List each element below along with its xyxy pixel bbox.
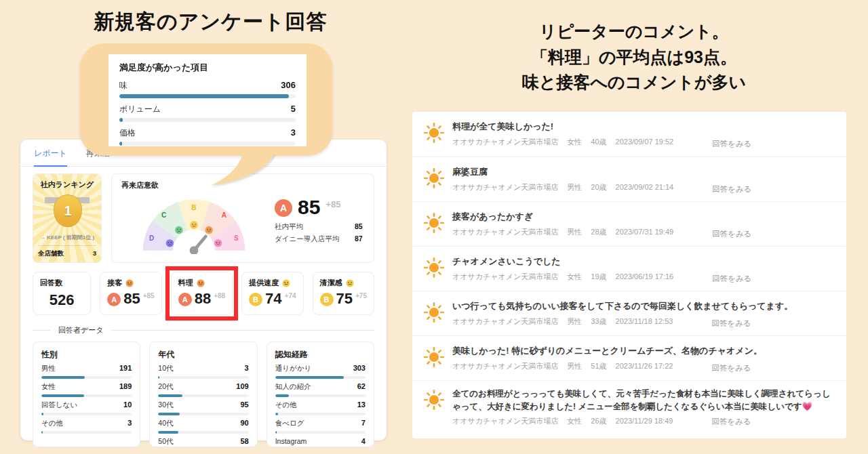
comment-title: 麻婆豆腐 <box>452 166 835 179</box>
bar-value: 7 <box>361 419 366 427</box>
neutral-face-icon <box>346 279 354 287</box>
sun-icon <box>423 389 445 411</box>
metric-card-food: 料理 A 88 +88 <box>171 272 233 315</box>
grade-badge-a: A <box>107 293 121 306</box>
screenshot-root: 新規客のアンケート回答 リピーターのコメント。 「料理」の平均点は93点。 味と… <box>0 0 868 454</box>
bar-track <box>275 394 366 397</box>
respondent-data-divider: 回答者データ <box>33 325 374 335</box>
neutral-face-icon <box>190 221 197 228</box>
bar-label: 40代 <box>158 419 173 428</box>
company-average-value: 85 <box>355 222 363 232</box>
answer-count-card: 回答数 526 <box>33 272 91 315</box>
bar-label: 女性 <box>41 382 56 392</box>
bar-track <box>275 376 366 379</box>
comment-meta: オオサカチャオメン天満市場店 女性 26歳 2023/11/29 18:49 回… <box>452 416 835 426</box>
bar-fill <box>119 94 289 98</box>
bar-label: 食べログ <box>275 419 304 428</box>
comment-meta: オオサカチャオメン天満市場店 男性 51歳 2023/11/26 17:22 回… <box>452 361 835 371</box>
gender: 女性 <box>567 137 582 147</box>
view-answer-link[interactable]: 回答をみる <box>712 139 751 149</box>
age: 19歳 <box>591 272 606 282</box>
bar-track <box>158 413 248 415</box>
grade-gauge: D C B A S <box>125 190 262 254</box>
metric-service-label: 接客 <box>107 278 122 288</box>
bar-label: 価格 <box>119 127 136 139</box>
bar-label: その他 <box>275 400 297 410</box>
satisfaction-card-title: 満足度が高かった項目 <box>119 62 296 74</box>
age-card: 年代 10代3 20代109 30代95 40代90 50代58 <box>149 342 257 447</box>
metric-food-score: 88 <box>195 290 211 308</box>
bar-label: Instagram <box>275 437 307 445</box>
bar-label: 通りがかり <box>275 364 311 373</box>
respondent-data-label: 回答者データ <box>58 325 104 335</box>
bar-fill <box>41 431 43 434</box>
store-count-value: 3 <box>93 249 96 258</box>
datetime: 2023/06/19 17:16 <box>616 272 674 281</box>
bar-label: 男性 <box>41 364 56 373</box>
rank-keep-status: → KEEP ( 前期間1位 ) <box>40 234 94 241</box>
bar-value: 306 <box>281 80 296 90</box>
metric-food-label: 料理 <box>178 278 193 288</box>
grade-label-s: S <box>234 234 239 242</box>
store-name: オオサカチャオメン天満市場店 <box>452 227 558 237</box>
answer-count-value: 526 <box>40 291 83 309</box>
age: 40歳 <box>591 137 606 147</box>
gender: 男性 <box>567 361 582 371</box>
bar-value: 90 <box>240 419 248 427</box>
grade-badge-a: A <box>275 199 292 217</box>
grade-label-b: B <box>191 204 196 211</box>
bar-track <box>41 376 132 379</box>
metric-card-speed: 提供速度 B 74 +74 <box>241 272 303 315</box>
view-answer-link[interactable]: 回答をみる <box>711 417 751 427</box>
age: 26歳 <box>591 416 606 426</box>
awareness-channel-card: 認知経路 通りがかり303 知人の紹介62 その他13 食べログ7 Instag… <box>267 342 374 447</box>
grade-badge-b: B <box>320 293 334 306</box>
view-answer-link[interactable]: 回答をみる <box>712 229 751 239</box>
view-answer-link[interactable]: 回答をみる <box>711 363 751 373</box>
speech-bubble: 満足度が高かった項目 味306 ボリューム5 価格3 <box>80 43 332 156</box>
metric-card-cleanliness: 清潔感 B 75 +75 <box>313 272 374 315</box>
bar-track <box>41 413 132 415</box>
bar-fill <box>119 142 122 146</box>
bar-value: 10 <box>123 400 132 409</box>
tab-report[interactable]: レポート <box>34 148 67 167</box>
bar-value: 3 <box>127 419 132 427</box>
grade-label-a: A <box>222 211 226 219</box>
gender: 女性 <box>567 416 582 426</box>
view-answer-link[interactable]: 回答をみる <box>712 184 751 194</box>
dinii-average-value: 87 <box>355 234 363 244</box>
view-answer-link[interactable]: 回答をみる <box>712 274 751 284</box>
bar-label: 20代 <box>158 382 173 392</box>
comment-meta: オオサカチャオメン天満市場店 男性 33歳 2023/11/18 12:53 回… <box>452 316 835 327</box>
bar-track <box>119 118 296 122</box>
bar-value: 3 <box>245 364 249 372</box>
metric-card-service: 接客 A 85 +85 <box>100 272 161 315</box>
store-name: オオサカチャオメン天満市場店 <box>452 316 558 327</box>
bar-track <box>41 431 132 434</box>
bar-track <box>158 376 248 379</box>
bar-value: 4 <box>361 437 366 445</box>
sad-face-icon <box>166 239 174 247</box>
comment-row: いつ行っても気持ちのいい接客をして下さるので毎回楽しく飲ませてもらってます。 オ… <box>412 291 846 335</box>
bar-track <box>119 142 296 146</box>
age: 33歳 <box>591 316 606 327</box>
age: 20歳 <box>591 182 606 192</box>
comment-body: 料理が全て美味しかった! オオサカチャオメン天満市場店 女性 40歳 2023/… <box>452 121 835 157</box>
comment-meta: オオサカチャオメン天満市場店 男性 20歳 2023/09/02 21:14 回… <box>452 182 835 192</box>
bar-fill <box>275 413 279 415</box>
metric-service-score: 85 <box>123 290 140 308</box>
comment-body: 美味しかった! 特に砂ずりのメニューとクリームチーズ、名物のチャオメン。 オオサ… <box>452 345 835 380</box>
store-name: オオサカチャオメン天満市場店 <box>452 361 558 371</box>
gender: 男性 <box>567 227 582 237</box>
datetime: 2023/09/07 19:52 <box>616 138 674 146</box>
age-card-title: 年代 <box>158 349 248 360</box>
bar-fill <box>158 394 182 397</box>
grade-label-c: C <box>161 211 166 219</box>
bar-value: 13 <box>357 400 366 409</box>
metric-speed-label: 提供速度 <box>249 278 279 288</box>
happy-face-icon <box>197 279 205 287</box>
internal-ranking-card: 社内ランキング 1 → KEEP ( 前期間1位 ) 全店舗数 3 <box>33 173 102 263</box>
comment-row: チャオメンさいこうでした オオサカチャオメン天満市場店 女性 19歳 2023/… <box>412 246 846 291</box>
view-answer-link[interactable]: 回答をみる <box>711 318 751 329</box>
bar-fill <box>41 413 43 415</box>
